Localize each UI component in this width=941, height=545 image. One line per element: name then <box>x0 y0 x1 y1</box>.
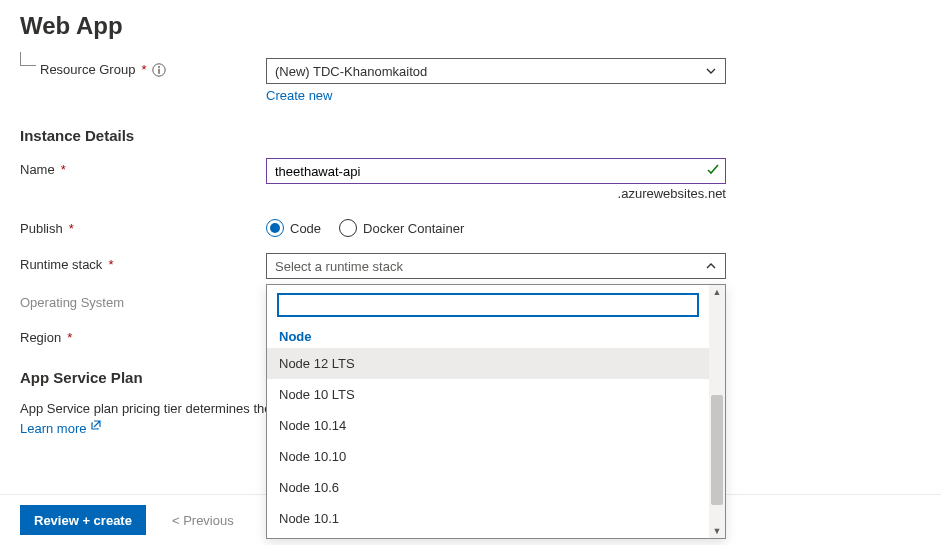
required-mark: * <box>108 257 113 272</box>
resource-group-select[interactable]: (New) TDC-Khanomkaitod <box>266 58 726 84</box>
dropdown-option[interactable]: Node 12 LTS <box>267 348 709 379</box>
scroll-down-arrow[interactable]: ▼ <box>709 526 725 536</box>
radio-icon <box>339 219 357 237</box>
dropdown-option[interactable]: Node 10.6 <box>267 472 709 503</box>
runtime-stack-placeholder: Select a runtime stack <box>275 259 403 274</box>
chevron-up-icon <box>705 260 717 272</box>
scroll-up-arrow[interactable]: ▲ <box>709 287 725 297</box>
dropdown-option[interactable]: Node 10.10 <box>267 441 709 472</box>
publish-option-docker[interactable]: Docker Container <box>339 219 464 237</box>
row-publish: Publish * Code Docker Container <box>20 217 921 237</box>
publish-label: Publish <box>20 221 63 236</box>
publish-option-label: Code <box>290 221 321 236</box>
learn-more-link[interactable]: Learn more <box>20 421 102 436</box>
runtime-stack-select[interactable]: Select a runtime stack <box>266 253 726 279</box>
dropdown-scrollbar[interactable]: ▲ ▼ <box>709 285 725 538</box>
required-mark: * <box>141 62 146 77</box>
name-label: Name <box>20 162 55 177</box>
publish-option-code[interactable]: Code <box>266 219 321 237</box>
row-name: Name * .azurewebsites.net <box>20 158 921 201</box>
dropdown-group-label: Node <box>267 323 709 348</box>
resource-group-selected: (New) TDC-Khanomkaitod <box>275 64 427 79</box>
radio-icon <box>266 219 284 237</box>
dropdown-option[interactable]: Node 10.1 <box>267 503 709 534</box>
row-runtime-stack: Runtime stack * Select a runtime stack <box>20 253 921 279</box>
create-new-link[interactable]: Create new <box>266 88 332 103</box>
dropdown-option[interactable]: Node 10.14 <box>267 410 709 441</box>
svg-rect-2 <box>159 68 160 73</box>
region-label: Region <box>20 330 61 345</box>
required-mark: * <box>69 221 74 236</box>
required-mark: * <box>61 162 66 177</box>
operating-system-label: Operating System <box>20 295 124 310</box>
page-title: Web App <box>20 12 921 40</box>
check-icon <box>706 163 720 180</box>
publish-option-label: Docker Container <box>363 221 464 236</box>
name-input[interactable] <box>266 158 726 184</box>
runtime-stack-dropdown: Node Node 12 LTS Node 10 LTS Node 10.14 … <box>266 284 726 539</box>
row-resource-group: Resource Group * (New) TDC-Khanomkaitod … <box>20 58 921 103</box>
nest-indicator <box>20 52 36 66</box>
chevron-down-icon <box>705 65 717 77</box>
external-link-icon <box>90 418 102 436</box>
svg-point-1 <box>159 66 161 68</box>
dropdown-option[interactable]: Node 10 LTS <box>267 379 709 410</box>
resource-group-label: Resource Group <box>40 62 135 77</box>
review-create-button[interactable]: Review + create <box>20 505 146 535</box>
runtime-stack-label: Runtime stack <box>20 257 102 272</box>
previous-button[interactable]: < Previous <box>158 505 248 535</box>
name-suffix: .azurewebsites.net <box>266 186 726 201</box>
scroll-thumb[interactable] <box>711 395 723 505</box>
info-icon[interactable] <box>152 63 166 77</box>
required-mark: * <box>67 330 72 345</box>
dropdown-filter-input[interactable] <box>277 293 699 317</box>
instance-details-header: Instance Details <box>20 127 921 144</box>
